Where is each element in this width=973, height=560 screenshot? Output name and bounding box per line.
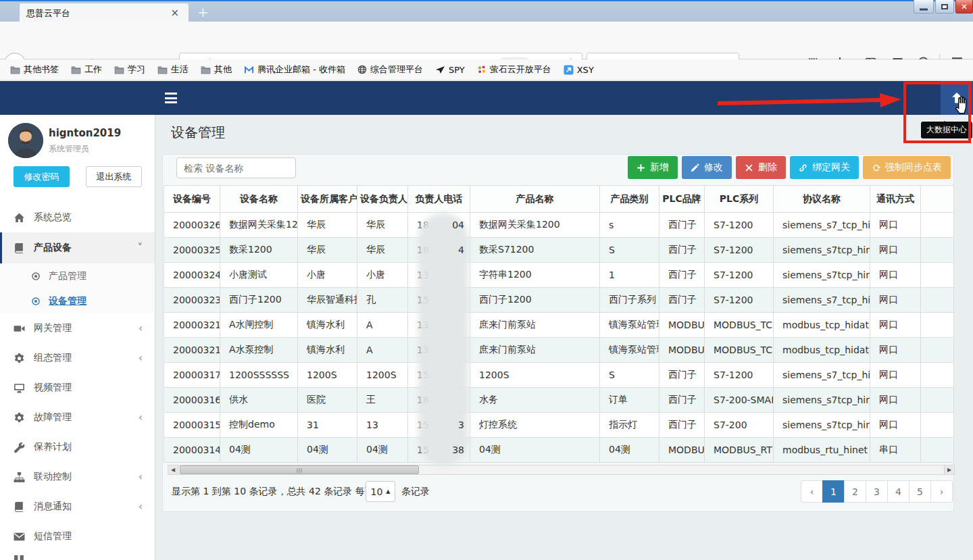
cell-comm: 网口 [870, 413, 921, 438]
ezviz-icon [477, 65, 487, 74]
table-row[interactable]: 200003248小唐测试小唐小唐13字符串12001西门子S7-1200sie… [164, 263, 954, 288]
sidebar-item-partial[interactable] [14, 555, 25, 560]
page-button[interactable]: 1 [822, 480, 845, 503]
cell-plc_series: S7-200 [705, 413, 774, 438]
sidebar-item[interactable]: 联动控制‹ [0, 462, 155, 492]
action-button-plus[interactable]: 新增 [628, 156, 678, 179]
cell-product: 庶来门前泵站 [470, 313, 600, 338]
bookmark-item[interactable]: 学习 [109, 61, 150, 78]
table-row[interactable]: 200003260数据网关采集1200华辰华辰1804数据网关采集1200s西门… [164, 213, 954, 238]
column-header[interactable]: 产品类别 [600, 186, 659, 213]
cell-product: 庶来门前泵站 [470, 338, 600, 363]
device-search-input[interactable] [176, 157, 296, 178]
action-button-link[interactable]: 绑定网关 [790, 156, 859, 179]
bookmark-item[interactable]: SPY [430, 63, 470, 77]
column-header[interactable]: PLC系列 [705, 186, 774, 213]
cell-plc_brand: 西门子 [659, 388, 705, 413]
bookmark-item[interactable]: 综合管理平台 [353, 61, 428, 78]
browser-nav-toolbar: iot.idosp.net/admin/index.html?lang 80% … [0, 22, 973, 59]
cell-comm: 网口 [870, 313, 921, 338]
column-header[interactable]: PLC品牌 [659, 186, 705, 213]
window-minimize-button[interactable] [914, 0, 934, 14]
table-row[interactable]: 200003256数采1200华辰华辰184数采S71200S西门子S7-120… [164, 238, 954, 263]
scrollbar-thumb[interactable] [180, 465, 419, 474]
sidebar-item[interactable]: 短信管理 [0, 521, 155, 551]
sidebar-item[interactable]: 视频管理 [0, 373, 155, 403]
column-header[interactable]: 负责人电话 [408, 186, 470, 213]
column-header[interactable]: 产品名称 [470, 186, 600, 213]
table-row[interactable]: 200003211A水泵控制镇海水利A13庶来门前泵站镇海泵站管理MODBUSM… [164, 338, 954, 363]
bookmark-item[interactable]: 腾讯企业邮箱 - 收件箱 [239, 61, 350, 78]
horizontal-scrollbar[interactable]: ◀ ▶ [168, 465, 955, 475]
page-button[interactable]: 2 [844, 480, 866, 503]
window-restore-button[interactable] [935, 0, 954, 14]
scroll-left-icon[interactable]: ◀ [168, 465, 178, 474]
page-size-dropdown[interactable]: 10▲ [366, 481, 395, 502]
action-button-pencil[interactable]: 修改 [682, 156, 732, 179]
sidebar-subitem[interactable]: 设备管理 [0, 288, 155, 313]
cell-comm: 网口 [870, 388, 921, 413]
sidebar-subitem-label: 设备管理 [49, 295, 86, 307]
column-header[interactable]: 设备名称 [220, 186, 298, 213]
table-row[interactable]: 200003165供水医院王18水务订单西门子S7-200-SMARTsieme… [164, 388, 954, 413]
table-row[interactable]: 200003152控制demo3113153灯控系统指示灯西门子S7-200si… [164, 413, 954, 438]
sidebar-item[interactable]: 保养计划 [0, 432, 155, 462]
cell-id: 200003230 [164, 288, 220, 313]
bookmark-item[interactable]: 其他 [196, 61, 236, 78]
sidebar-item[interactable]: 网关管理‹ [0, 313, 155, 343]
sidebar-item[interactable]: 故障管理‹ [0, 403, 155, 432]
page-button[interactable]: 3 [866, 480, 888, 503]
bookmark-item[interactable]: 生活 [153, 61, 193, 78]
sidebar-item-label: 组态管理 [34, 352, 72, 364]
column-header[interactable]: 通讯方式 [870, 186, 921, 213]
tab-close-icon[interactable]: × [168, 7, 182, 20]
plus-icon [637, 163, 645, 172]
sidebar-subitem[interactable]: 产品管理 [0, 263, 155, 288]
action-button-label: 删除 [758, 161, 777, 174]
cell-customer: 镇海水利 [298, 338, 357, 363]
table-row[interactable]: 200003230西门子1200华辰智通科技孔15西门子1200西门子系列西门子… [164, 288, 954, 313]
change-password-button[interactable]: 修改密码 [14, 166, 70, 187]
chevron-left-icon: ‹ [139, 352, 143, 364]
column-header[interactable]: 设备编号 [164, 186, 220, 213]
table-row[interactable]: 200003212A水闸控制镇海水利A13庶来门前泵站镇海泵站管理MODBUSM… [164, 313, 954, 338]
cell-filler [921, 213, 954, 238]
action-button-refresh[interactable]: 强制同步点表 [863, 156, 951, 179]
sidebar-item-label: 联动控制 [34, 471, 72, 483]
column-header[interactable]: 设备所属客户 [298, 186, 357, 213]
action-button-label: 新增 [650, 161, 669, 174]
sidebar-item[interactable]: 消息通知‹ [0, 492, 155, 521]
window-close-button[interactable]: ✕ [955, 0, 973, 14]
page-prev-button[interactable]: ‹ [801, 480, 823, 503]
sidebar-item[interactable]: 组态管理‹ [0, 343, 155, 373]
scroll-right-icon[interactable]: ▶ [944, 465, 954, 474]
sidebar-item[interactable]: 产品设备˅ [0, 232, 155, 263]
logout-button[interactable]: 退出系统 [86, 166, 142, 187]
browser-tab[interactable]: 思普云平台 × [19, 3, 189, 23]
cell-product: 数据网关采集1200 [470, 213, 600, 238]
cell-name: 数据网关采集1200 [220, 213, 298, 238]
page-button[interactable]: 4 [887, 480, 909, 503]
app-sidebar-toggle-icon[interactable] [165, 93, 177, 103]
cell-comm: 网口 [870, 238, 921, 263]
bookmark-item[interactable]: 其他书签 [5, 61, 64, 78]
circle-dot-icon [31, 297, 41, 306]
bookmark-item[interactable]: 工作 [66, 61, 107, 78]
sidebar-item[interactable]: 系统总览 [0, 203, 155, 232]
action-button-cross[interactable]: 删除 [736, 156, 786, 179]
circle-dot-icon [31, 272, 41, 281]
table-row[interactable]: 20000314904测04测04测153804测04测MODBUSMODBUS… [164, 438, 954, 463]
record-summary-suffix: 条记录 [401, 486, 430, 498]
column-header[interactable]: 协议名称 [774, 186, 870, 213]
table-row[interactable]: 2000031771200SSSSSS1200S1200S151200SS西门子… [164, 363, 954, 388]
bookmark-item[interactable]: XSY [559, 63, 599, 77]
cell-manager: 孔 [357, 288, 408, 313]
page-next-button[interactable]: › [930, 480, 953, 503]
new-tab-icon[interactable]: + [197, 5, 209, 19]
page-button[interactable]: 5 [909, 480, 931, 503]
bookmark-item[interactable]: 萤石云开放平台 [472, 61, 556, 78]
page-title: 设备管理 [171, 124, 225, 142]
action-button-label: 绑定网关 [812, 161, 850, 174]
avatar[interactable] [8, 123, 43, 158]
column-header[interactable]: 设备负责人 [357, 186, 408, 213]
